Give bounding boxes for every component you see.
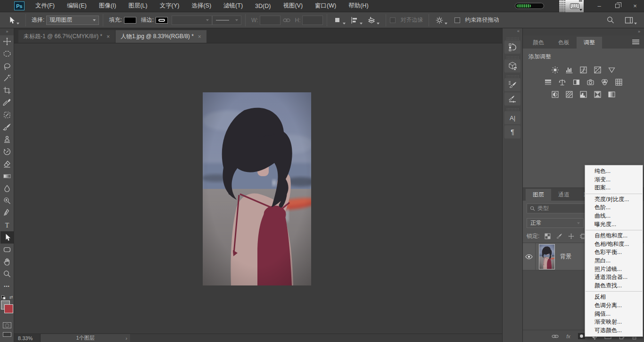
paragraph-panel-button[interactable]: ¶ bbox=[504, 125, 520, 138]
marquee-tool[interactable] bbox=[0, 48, 14, 60]
menu-item-vibrance[interactable]: 自然饱和度... bbox=[585, 232, 643, 240]
toolbar-expand-chevron[interactable]: » bbox=[0, 28, 14, 35]
path-alignment-button[interactable] bbox=[348, 16, 365, 24]
menu-filter[interactable]: 滤镜(T) bbox=[217, 0, 249, 12]
exposure-button[interactable] bbox=[592, 65, 603, 74]
menu-item-brightness-contrast[interactable]: 亮度/对比度... bbox=[585, 195, 643, 204]
document-tab-photo[interactable]: 人物1.jpg @ 8.33%(RGB/8) * × bbox=[116, 30, 206, 43]
hand-tool[interactable] bbox=[0, 256, 14, 268]
menu-item-threshold[interactable]: 阈值... bbox=[585, 310, 643, 318]
panel-menu-icon[interactable] bbox=[632, 39, 639, 45]
menu-type[interactable]: 文字(Y) bbox=[154, 0, 186, 12]
close-icon[interactable]: × bbox=[107, 33, 110, 40]
lasso-tool[interactable] bbox=[0, 60, 14, 72]
fill-swatch[interactable] bbox=[124, 17, 136, 24]
touchbar-caret-icon[interactable] bbox=[579, 9, 582, 11]
posterize-button[interactable] bbox=[564, 90, 575, 99]
color-lookup-button[interactable] bbox=[613, 77, 624, 87]
path-arrangement-button[interactable] bbox=[365, 16, 382, 24]
menu-edit[interactable]: 编辑(E) bbox=[61, 0, 93, 12]
menu-item-levels[interactable]: 色阶... bbox=[585, 204, 643, 212]
search-icon[interactable] bbox=[606, 16, 615, 24]
levels-button[interactable] bbox=[564, 65, 575, 74]
document-info-field[interactable]: 1个图层 › bbox=[41, 334, 130, 342]
curves-button[interactable] bbox=[578, 65, 589, 74]
history-panel-button[interactable] bbox=[504, 41, 520, 54]
lock-pixels-button[interactable] bbox=[555, 233, 563, 240]
brush-tool[interactable] bbox=[0, 121, 14, 133]
menu-3d[interactable]: 3D(D) bbox=[249, 0, 277, 12]
selective-color-button[interactable] bbox=[606, 90, 617, 99]
menu-item-solid-color[interactable]: 纯色... bbox=[585, 167, 643, 176]
menu-item-color-balance[interactable]: 色彩平衡... bbox=[585, 248, 643, 257]
background-color-swatch[interactable] bbox=[4, 304, 13, 313]
tab-channels[interactable]: 通道 bbox=[551, 189, 577, 201]
menu-item-photo-filter[interactable]: 照片滤镜... bbox=[585, 265, 643, 274]
menu-item-exposure[interactable]: 曝光度... bbox=[585, 220, 643, 229]
tab-color[interactable]: 颜色 bbox=[526, 37, 551, 49]
history-brush-tool[interactable] bbox=[0, 146, 14, 158]
gradient-map-button[interactable] bbox=[592, 90, 603, 99]
minimize-button[interactable]: – bbox=[590, 0, 608, 12]
zoom-tool[interactable] bbox=[0, 268, 14, 280]
shape-tool[interactable] bbox=[0, 244, 14, 256]
layer-visibility-toggle[interactable] bbox=[523, 243, 536, 270]
brush-settings-panel-button[interactable] bbox=[504, 78, 520, 91]
dock-collapse-chevron[interactable]: « bbox=[503, 28, 522, 35]
gear-button[interactable] bbox=[433, 16, 450, 24]
path-selection-tool[interactable] bbox=[0, 231, 14, 244]
link-layers-button[interactable] bbox=[551, 333, 559, 340]
menu-item-hue-saturation[interactable]: 色相/饱和度... bbox=[585, 240, 643, 249]
magic-wand-tool[interactable] bbox=[0, 72, 14, 84]
chevron-right-icon[interactable]: › bbox=[125, 335, 127, 341]
dodge-tool[interactable] bbox=[0, 195, 14, 207]
invert-button[interactable] bbox=[550, 90, 561, 99]
gradient-tool[interactable] bbox=[0, 170, 14, 182]
blur-tool[interactable] bbox=[0, 182, 14, 195]
restore-button[interactable] bbox=[608, 0, 626, 12]
panels-collapse-chevron[interactable]: » bbox=[523, 28, 644, 35]
menu-item-pattern[interactable]: 图案... bbox=[585, 184, 643, 192]
menu-window[interactable]: 窗口(W) bbox=[309, 0, 342, 12]
menu-item-posterize[interactable]: 色调分离... bbox=[585, 301, 643, 310]
blend-mode-dropdown[interactable]: 正常 bbox=[527, 218, 584, 228]
touchbar-widget[interactable] bbox=[559, 0, 584, 12]
eyedropper-tool[interactable] bbox=[0, 97, 14, 109]
brightness-contrast-button[interactable] bbox=[550, 65, 561, 74]
menu-item-black-white[interactable]: 黑白... bbox=[585, 257, 643, 265]
brushes-panel-button[interactable] bbox=[504, 92, 520, 106]
menu-layer[interactable]: 图层(L) bbox=[122, 0, 153, 12]
menu-item-channel-mixer[interactable]: 通道混合器... bbox=[585, 273, 643, 282]
menu-item-color-lookup[interactable]: 颜色查找... bbox=[585, 282, 643, 290]
menu-file[interactable]: 文件(F) bbox=[29, 0, 61, 12]
pen-tool[interactable] bbox=[0, 207, 14, 219]
menu-help[interactable]: 帮助(H) bbox=[342, 0, 374, 12]
type-tool[interactable]: T bbox=[0, 219, 14, 231]
photo-filter-button[interactable] bbox=[585, 77, 596, 87]
touchbar-minimize-icon[interactable] bbox=[579, 0, 582, 1]
workspace-switcher-button[interactable] bbox=[622, 16, 639, 24]
menu-view[interactable]: 视图(V) bbox=[277, 0, 309, 12]
menu-item-gradient[interactable]: 渐变... bbox=[585, 176, 643, 184]
close-button[interactable]: × bbox=[626, 0, 644, 12]
lock-position-button[interactable] bbox=[567, 233, 575, 240]
channel-mixer-button[interactable] bbox=[599, 77, 610, 87]
edit-toolbar-button[interactable]: ••• bbox=[0, 280, 14, 293]
menu-item-selective-color[interactable]: 可选颜色... bbox=[585, 326, 643, 335]
menu-item-curves[interactable]: 曲线... bbox=[585, 212, 643, 220]
path-operations-button[interactable] bbox=[331, 16, 348, 24]
vibrance-button[interactable] bbox=[606, 65, 617, 74]
zoom-level-field[interactable]: 8.33% bbox=[14, 334, 41, 342]
link-dimensions-icon[interactable] bbox=[283, 18, 290, 23]
tab-layers[interactable]: 图层 bbox=[526, 189, 551, 201]
screen-mode-button[interactable] bbox=[3, 332, 11, 337]
clone-stamp-tool[interactable] bbox=[0, 133, 14, 146]
tab-adjustments[interactable]: 调整 bbox=[577, 37, 602, 49]
crop-tool[interactable] bbox=[0, 84, 14, 97]
black-white-button[interactable] bbox=[571, 77, 582, 87]
color-balance-button[interactable] bbox=[557, 77, 568, 87]
character-panel-button[interactable]: A| bbox=[504, 111, 520, 124]
close-icon[interactable]: × bbox=[198, 33, 201, 40]
tab-swatches[interactable]: 色板 bbox=[551, 37, 577, 49]
select-mode-dropdown[interactable]: 现用图层 bbox=[46, 16, 99, 25]
